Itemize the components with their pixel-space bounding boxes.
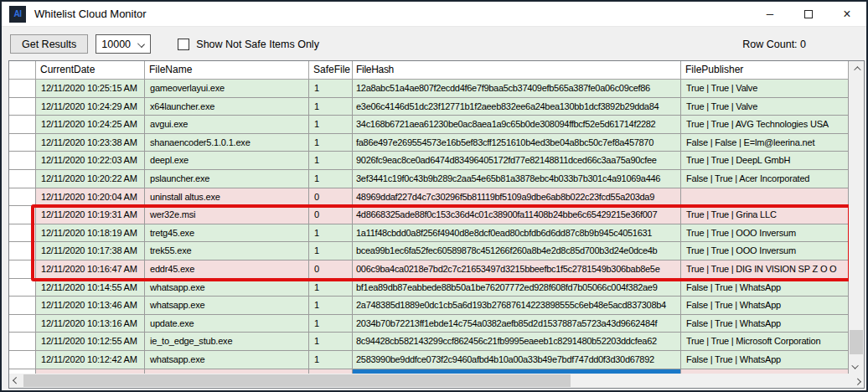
cell-filepublisher[interactable]: True | True | Valve: [681, 80, 849, 98]
limit-combobox[interactable]: 10000: [96, 34, 151, 54]
cell-safefile[interactable]: 0: [309, 206, 353, 224]
cell-safefile[interactable]: 1: [309, 170, 353, 188]
scroll-left-button[interactable]: [9, 374, 23, 388]
table-row[interactable]: 12/11/2020 10:12:42 AMwhatsapp.exe125839…: [9, 351, 849, 369]
show-not-safe-checkbox[interactable]: [178, 39, 189, 50]
row-header-cell[interactable]: [9, 315, 36, 333]
cell-filename[interactable]: deepl.exe: [145, 152, 309, 170]
cell-safefile[interactable]: 1: [309, 152, 353, 170]
row-header-cell[interactable]: [9, 170, 36, 188]
table-row[interactable]: 12/11/2020 10:13:16 AMupdate.exe12034b70…: [9, 315, 849, 333]
cell-filename[interactable]: shanaencoder5.1.0.1.exe: [145, 134, 309, 152]
vertical-scrollbar-thumb[interactable]: [850, 330, 863, 354]
cell-filepublisher[interactable]: True | True | OOO Inversum: [681, 224, 849, 243]
scroll-down-button[interactable]: [849, 359, 864, 374]
cell-currentdate[interactable]: 12/11/2020 10:16:47 AM: [36, 260, 145, 279]
cell-filehash[interactable]: 006c9ba4ca0218e7bd2c7c21653497d3215bbeef…: [353, 260, 681, 279]
cell-safefile[interactable]: 1: [309, 116, 353, 134]
cell-filename[interactable]: x64launcher.exe: [145, 98, 309, 116]
cell-filepublisher[interactable]: False | True | WhatsApp: [681, 279, 849, 297]
row-header-cell[interactable]: [9, 152, 36, 170]
table-row[interactable]: 12/11/2020 10:23:38 AMshanaencoder5.1.0.…: [9, 134, 849, 152]
row-header-cell[interactable]: [9, 188, 36, 207]
cell-filehash[interactable]: 9026fc9eac8ce0ad6474d83496405172fd77e821…: [353, 152, 681, 170]
horizontal-scrollbar[interactable]: [9, 374, 864, 388]
cell-safefile[interactable]: 1: [309, 315, 353, 333]
horizontal-scrollbar-thumb[interactable]: [23, 374, 571, 387]
table-row[interactable]: 12/11/2020 10:25:15 AMgameoverlayui.exe1…: [9, 80, 849, 98]
vertical-scrollbar[interactable]: [849, 61, 864, 374]
table-row[interactable]: 12/11/2020 10:17:38 AMtrek55.exe1bcea99b…: [9, 242, 849, 260]
row-header-cell[interactable]: [9, 351, 36, 369]
close-button[interactable]: ×: [828, 2, 866, 27]
row-header-cell[interactable]: [9, 206, 36, 224]
table-row[interactable]: 12/11/2020 10:14:55 AMwhatsapp.exe1bf1ea…: [9, 279, 849, 297]
cell-safefile[interactable]: 1: [309, 297, 353, 315]
cell-safefile[interactable]: 1: [309, 98, 353, 116]
row-header-cell[interactable]: [9, 333, 36, 351]
cell-filehash[interactable]: 12a8abc51a4ae807f2ecdd4f6e7f9baa5cb37409…: [353, 80, 681, 98]
get-results-button[interactable]: Get Results: [10, 34, 88, 54]
table-row[interactable]: 12/11/2020 10:20:04 AMuninstall altus.ex…: [9, 188, 849, 207]
table-row[interactable]: 12/11/2020 10:20:22 AMpslauncher.exe13ef…: [9, 170, 849, 188]
column-header-filename[interactable]: FileName: [145, 61, 309, 80]
cell-safefile[interactable]: 0: [309, 260, 353, 279]
cell-filename[interactable]: gameoverlayui.exe: [145, 80, 309, 98]
cell-filename[interactable]: update.exe: [145, 315, 309, 333]
table-row[interactable]: 12/11/2020 10:24:29 AMx64launcher.exe1e3…: [9, 98, 849, 116]
cell-filehash[interactable]: 4d8668325ade88f0c153c36d4c01c38900fa1140…: [353, 206, 681, 224]
column-header-safefile[interactable]: SafeFile: [309, 61, 353, 80]
cell-currentdate[interactable]: 12/11/2020 10:20:04 AM: [36, 188, 145, 207]
cell-filepublisher[interactable]: True | True | DeepL GmbH: [681, 152, 849, 170]
scroll-up-button[interactable]: [849, 61, 864, 75]
cell-currentdate[interactable]: 12/11/2020 10:24:29 AM: [36, 98, 145, 116]
table-row[interactable]: 12/11/2020 10:24:25 AMavgui.exe134c168b6…: [9, 116, 849, 134]
cell-filepublisher[interactable]: False | False | E=lm@leerina.net: [681, 134, 849, 152]
cell-safefile[interactable]: 1: [309, 279, 353, 297]
cell-currentdate[interactable]: 12/11/2020 10:17:38 AM: [36, 242, 145, 260]
cell-filename[interactable]: pslauncher.exe: [145, 170, 309, 188]
table-row[interactable]: 12/11/2020 10:16:47 AMeddr45.exe0006c9ba…: [9, 260, 849, 279]
cell-currentdate[interactable]: 12/11/2020 10:25:15 AM: [36, 80, 145, 98]
cell-filehash[interactable]: 2034b70b72213ff1ebde14c754a0382aefb85d2d…: [353, 315, 681, 333]
cell-filename[interactable]: uninstall altus.exe: [145, 188, 309, 207]
cell-currentdate[interactable]: 12/11/2020 10:19:31 AM: [36, 206, 145, 224]
row-header-cell[interactable]: [9, 242, 36, 260]
cell-currentdate[interactable]: 12/11/2020 10:23:38 AM: [36, 134, 145, 152]
cell-currentdate[interactable]: 12/11/2020 10:13:46 AM: [36, 297, 145, 315]
cell-filehash[interactable]: 2a748385d1889e0dc1cb5a6d193b276876142238…: [353, 297, 681, 315]
minimize-button[interactable]: –: [751, 2, 789, 27]
cell-filename[interactable]: whatsapp.exe: [145, 279, 309, 297]
cell-filename[interactable]: ie_to_edge_stub.exe: [145, 333, 309, 351]
cell-currentdate[interactable]: 12/11/2020 10:20:22 AM: [36, 170, 145, 188]
cell-filepublisher[interactable]: False | True | WhatsApp: [681, 297, 849, 315]
cell-filepublisher[interactable]: True | True | OOO Inversum: [681, 242, 849, 260]
column-header-currentdate[interactable]: CurrentDate: [36, 61, 145, 80]
cell-filename[interactable]: eddr45.exe: [145, 260, 309, 279]
cell-currentdate[interactable]: 12/11/2020 10:24:25 AM: [36, 116, 145, 134]
cell-filehash[interactable]: bf1ea89db87eabbede88b50a1be76207772ed928…: [353, 279, 681, 297]
cell-filehash[interactable]: 48969ddaf227d4c7c30296f5b81119bf5109a9db…: [353, 188, 681, 207]
cell-safefile[interactable]: 0: [309, 188, 353, 207]
row-header-cell[interactable]: [9, 224, 36, 243]
row-header-cell[interactable]: [9, 279, 36, 297]
cell-currentdate[interactable]: 12/11/2020 10:14:55 AM: [36, 279, 145, 297]
column-header-filepublisher[interactable]: FilePublisher: [681, 61, 849, 80]
maximize-button[interactable]: [789, 2, 828, 27]
cell-filehash[interactable]: 2583990be9ddfce073f2c9460afbd4b10a00a33b…: [353, 351, 681, 369]
cell-filepublisher[interactable]: True | True | AVG Technologies USA: [681, 116, 849, 134]
cell-currentdate[interactable]: 12/11/2020 10:13:16 AM: [36, 315, 145, 333]
row-header-cell[interactable]: [9, 134, 36, 152]
table-row[interactable]: 12/11/2020 10:22:03 AMdeepl.exe19026fc9e…: [9, 152, 849, 170]
show-not-safe-checkbox-label[interactable]: Show Not Safe Items Only: [196, 39, 319, 50]
cell-filehash[interactable]: bcea99b1ec6fa52fec60589878c451266f260a8b…: [353, 242, 681, 260]
cell-filepublisher[interactable]: False | True | Acer Incorporated: [681, 170, 849, 188]
cell-safefile[interactable]: 1: [309, 134, 353, 152]
cell-filehash[interactable]: 8c94428cb582143299ccf862456c21fb9995eaee…: [353, 333, 681, 351]
cell-filepublisher[interactable]: False | True | WhatsApp: [681, 315, 849, 333]
cell-currentdate[interactable]: 12/11/2020 10:12:55 AM: [36, 333, 145, 351]
cell-filepublisher[interactable]: [681, 188, 849, 207]
cell-filename[interactable]: whatsapp.exe: [145, 297, 309, 315]
table-row[interactable]: 12/11/2020 10:19:31 AMwer32e.msi04d86683…: [9, 206, 849, 224]
row-header-cell[interactable]: [9, 260, 36, 279]
